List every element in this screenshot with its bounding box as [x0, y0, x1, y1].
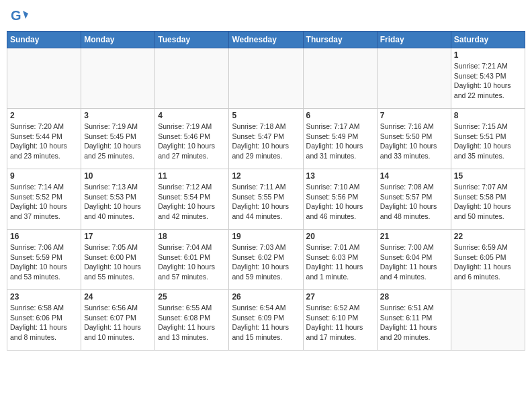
day-info: Sunrise: 7:03 AMSunset: 6:02 PMDaylight:… — [232, 242, 300, 282]
day-info: Sunrise: 6:56 AMSunset: 6:07 PMDaylight:… — [84, 303, 152, 342]
day-info: Sunrise: 7:15 AMSunset: 5:51 PMDaylight:… — [454, 122, 522, 161]
day-info: Sunrise: 7:11 AMSunset: 5:55 PMDaylight:… — [232, 182, 300, 222]
calendar-cell: 19Sunrise: 7:03 AMSunset: 6:02 PMDayligh… — [229, 230, 303, 290]
day-info: Sunrise: 7:21 AMSunset: 5:43 PMDaylight:… — [454, 61, 522, 101]
calendar-cell: 27Sunrise: 6:52 AMSunset: 6:10 PMDayligh… — [303, 290, 377, 351]
day-info: Sunrise: 6:52 AMSunset: 6:10 PMDaylight:… — [306, 303, 374, 342]
calendar-cell: 26Sunrise: 6:54 AMSunset: 6:09 PMDayligh… — [229, 290, 303, 351]
svg-marker-1 — [23, 11, 28, 19]
day-number: 20 — [306, 232, 374, 241]
calendar-cell: 25Sunrise: 6:55 AMSunset: 6:08 PMDayligh… — [155, 290, 229, 351]
day-info: Sunrise: 7:06 AMSunset: 5:59 PMDaylight:… — [10, 242, 78, 282]
day-number: 13 — [306, 171, 374, 181]
day-info: Sunrise: 7:05 AMSunset: 6:00 PMDaylight:… — [84, 242, 152, 282]
day-number: 16 — [10, 232, 78, 241]
day-number: 7 — [380, 111, 448, 120]
day-number: 26 — [232, 292, 300, 302]
day-number: 27 — [306, 292, 374, 302]
calendar-cell: 17Sunrise: 7:05 AMSunset: 6:00 PMDayligh… — [81, 230, 155, 290]
day-number: 24 — [84, 292, 152, 302]
day-number: 21 — [380, 232, 448, 241]
day-info: Sunrise: 7:08 AMSunset: 5:57 PMDaylight:… — [380, 182, 448, 222]
calendar-header-wednesday: Wednesday — [229, 32, 303, 48]
day-info: Sunrise: 6:59 AMSunset: 6:05 PMDaylight:… — [454, 242, 522, 282]
day-number: 8 — [454, 111, 522, 120]
day-info: Sunrise: 7:01 AMSunset: 6:03 PMDaylight:… — [306, 242, 374, 282]
calendar-cell — [81, 48, 155, 109]
week-row-4: 16Sunrise: 7:06 AMSunset: 5:59 PMDayligh… — [7, 230, 525, 290]
day-info: Sunrise: 7:19 AMSunset: 5:45 PMDaylight:… — [84, 122, 152, 161]
day-info: Sunrise: 7:19 AMSunset: 5:46 PMDaylight:… — [158, 122, 226, 161]
day-number: 17 — [84, 232, 152, 241]
day-number: 2 — [10, 111, 78, 120]
day-info: Sunrise: 7:04 AMSunset: 6:01 PMDaylight:… — [158, 242, 226, 282]
day-info: Sunrise: 6:51 AMSunset: 6:11 PMDaylight:… — [380, 303, 448, 342]
day-number: 23 — [10, 292, 78, 302]
calendar-cell — [229, 48, 303, 109]
day-info: Sunrise: 6:55 AMSunset: 6:08 PMDaylight:… — [158, 303, 226, 342]
calendar-cell — [155, 48, 229, 109]
calendar-cell: 2Sunrise: 7:20 AMSunset: 5:44 PMDaylight… — [7, 109, 81, 169]
day-number: 3 — [84, 111, 152, 120]
calendar-cell: 12Sunrise: 7:11 AMSunset: 5:55 PMDayligh… — [229, 169, 303, 230]
day-info: Sunrise: 7:00 AMSunset: 6:04 PMDaylight:… — [380, 242, 448, 282]
calendar-header-saturday: Saturday — [451, 32, 525, 48]
calendar-cell: 8Sunrise: 7:15 AMSunset: 5:51 PMDaylight… — [451, 109, 525, 169]
calendar-cell: 15Sunrise: 7:07 AMSunset: 5:58 PMDayligh… — [451, 169, 525, 230]
day-info: Sunrise: 7:10 AMSunset: 5:56 PMDaylight:… — [306, 182, 374, 222]
page-header: G — [7, 7, 525, 26]
day-number: 10 — [84, 171, 152, 181]
day-info: Sunrise: 7:13 AMSunset: 5:53 PMDaylight:… — [84, 182, 152, 222]
calendar-header-thursday: Thursday — [303, 32, 377, 48]
calendar-cell: 28Sunrise: 6:51 AMSunset: 6:11 PMDayligh… — [377, 290, 451, 351]
day-info: Sunrise: 7:14 AMSunset: 5:52 PMDaylight:… — [10, 182, 78, 222]
calendar-cell: 7Sunrise: 7:16 AMSunset: 5:50 PMDaylight… — [377, 109, 451, 169]
calendar-cell: 5Sunrise: 7:18 AMSunset: 5:47 PMDaylight… — [229, 109, 303, 169]
logo: G — [9, 7, 31, 26]
day-info: Sunrise: 7:17 AMSunset: 5:49 PMDaylight:… — [306, 122, 374, 161]
day-number: 28 — [380, 292, 448, 302]
day-info: Sunrise: 7:18 AMSunset: 5:47 PMDaylight:… — [232, 122, 300, 161]
day-number: 9 — [10, 171, 78, 181]
calendar-cell: 24Sunrise: 6:56 AMSunset: 6:07 PMDayligh… — [81, 290, 155, 351]
day-number: 22 — [454, 232, 522, 241]
day-info: Sunrise: 7:20 AMSunset: 5:44 PMDaylight:… — [10, 122, 78, 161]
calendar-cell — [7, 48, 81, 109]
calendar-cell: 14Sunrise: 7:08 AMSunset: 5:57 PMDayligh… — [377, 169, 451, 230]
day-number: 19 — [232, 232, 300, 241]
day-number: 25 — [158, 292, 226, 302]
day-info: Sunrise: 7:12 AMSunset: 5:54 PMDaylight:… — [158, 182, 226, 222]
week-row-1: 1Sunrise: 7:21 AMSunset: 5:43 PMDaylight… — [7, 48, 525, 109]
week-row-2: 2Sunrise: 7:20 AMSunset: 5:44 PMDaylight… — [7, 109, 525, 169]
day-number: 1 — [454, 50, 522, 60]
day-info: Sunrise: 7:07 AMSunset: 5:58 PMDaylight:… — [454, 182, 522, 222]
calendar-cell: 20Sunrise: 7:01 AMSunset: 6:03 PMDayligh… — [303, 230, 377, 290]
calendar-table: SundayMondayTuesdayWednesdayThursdayFrid… — [7, 31, 525, 351]
calendar-header-tuesday: Tuesday — [155, 32, 229, 48]
calendar-cell: 6Sunrise: 7:17 AMSunset: 5:49 PMDaylight… — [303, 109, 377, 169]
week-row-3: 9Sunrise: 7:14 AMSunset: 5:52 PMDaylight… — [7, 169, 525, 230]
calendar-cell: 13Sunrise: 7:10 AMSunset: 5:56 PMDayligh… — [303, 169, 377, 230]
calendar-cell: 3Sunrise: 7:19 AMSunset: 5:45 PMDaylight… — [81, 109, 155, 169]
calendar-cell: 21Sunrise: 7:00 AMSunset: 6:04 PMDayligh… — [377, 230, 451, 290]
day-number: 14 — [380, 171, 448, 181]
calendar-header-sunday: Sunday — [7, 32, 81, 48]
calendar-header-friday: Friday — [377, 32, 451, 48]
calendar-cell: 11Sunrise: 7:12 AMSunset: 5:54 PMDayligh… — [155, 169, 229, 230]
calendar-cell: 23Sunrise: 6:58 AMSunset: 6:06 PMDayligh… — [7, 290, 81, 351]
calendar-cell — [451, 290, 525, 351]
calendar-cell — [377, 48, 451, 109]
day-number: 12 — [232, 171, 300, 181]
calendar-cell: 22Sunrise: 6:59 AMSunset: 6:05 PMDayligh… — [451, 230, 525, 290]
calendar-header-row: SundayMondayTuesdayWednesdayThursdayFrid… — [7, 32, 525, 48]
day-number: 6 — [306, 111, 374, 120]
day-number: 4 — [158, 111, 226, 120]
day-info: Sunrise: 7:16 AMSunset: 5:50 PMDaylight:… — [380, 122, 448, 161]
calendar-cell: 1Sunrise: 7:21 AMSunset: 5:43 PMDaylight… — [451, 48, 525, 109]
calendar-header-monday: Monday — [81, 32, 155, 48]
day-number: 5 — [232, 111, 300, 120]
svg-text:G: G — [11, 8, 21, 23]
logo-icon: G — [9, 7, 28, 26]
day-number: 15 — [454, 171, 522, 181]
day-number: 18 — [158, 232, 226, 241]
